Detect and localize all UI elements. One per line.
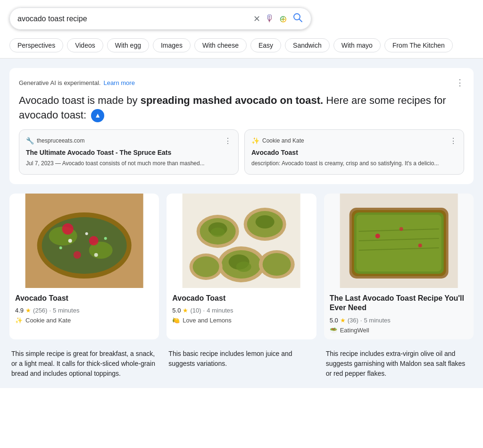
time-dot-1: ·: [203, 307, 205, 314]
chip-from-the-kitchen[interactable]: From The Kitchen: [384, 38, 453, 52]
source-dots-1[interactable]: ⋮: [450, 136, 457, 145]
recipe-image-2: [324, 194, 474, 288]
svg-point-9: [74, 251, 81, 259]
star-icon-2: ★: [340, 317, 346, 324]
source-card-header-0: 🔧 thespruceeats.com ⋮: [26, 136, 232, 145]
collapse-button[interactable]: ▲: [91, 109, 104, 122]
svg-point-10: [68, 239, 72, 243]
rating-count-2: (36): [348, 317, 358, 324]
rating-value-2: 5.0: [330, 317, 338, 324]
source-name-2: EatingWell: [340, 327, 369, 334]
svg-point-11: [85, 232, 88, 235]
chip-sandwich[interactable]: Sandwich: [285, 38, 330, 52]
svg-line-1: [300, 19, 302, 22]
recipe-card-1[interactable]: Avocado Toast 5.0 ★ (10) · 4 minutes 🍋 L…: [167, 194, 316, 340]
ai-text-part1: Avocado toast is made by: [19, 94, 141, 106]
recipe-card-0[interactable]: Avocado Toast 4.9 ★ (256) · 5 minutes ✨ …: [9, 194, 159, 340]
svg-point-13: [59, 246, 62, 249]
source-logo-icon-1: 🍋: [172, 317, 180, 324]
svg-point-4: [42, 217, 127, 274]
source-icon-0: 🔧: [26, 137, 34, 144]
source-dots-0[interactable]: ⋮: [224, 136, 232, 145]
ai-summary: Avocado toast is made by spreading mashe…: [19, 93, 464, 123]
source-logo-icon-0: ✨: [15, 317, 23, 324]
source-icon-1: ✨: [251, 137, 259, 144]
recipe-desc-2: This recipe includes extra-virgin olive …: [324, 349, 474, 379]
svg-point-22: [256, 215, 275, 228]
source-cards: 🔧 thespruceeats.com ⋮ The Ultimate Avoca…: [19, 129, 464, 175]
recipe-desc-0: This simple recipe is great for breakfas…: [9, 349, 159, 379]
svg-point-14: [104, 237, 107, 240]
svg-point-8: [89, 236, 99, 245]
star-icon-0: ★: [25, 307, 31, 314]
svg-point-28: [193, 256, 219, 277]
ai-box: Generative AI is experimental. Learn mor…: [9, 68, 474, 184]
search-bar-area: ✕ 🎙 ⊕: [0, 0, 483, 34]
chip-with-egg[interactable]: With egg: [107, 38, 149, 52]
main-content: Generative AI is experimental. Learn mor…: [0, 59, 483, 388]
recipe-card-info-1: Avocado Toast 5.0 ★ (10) · 4 minutes 🍋 L…: [167, 288, 316, 330]
svg-point-30: [263, 253, 291, 276]
star-icon-1: ★: [183, 307, 188, 314]
recipe-image-0: [9, 194, 159, 288]
chip-with-mayo[interactable]: With mayo: [333, 38, 381, 52]
recipe-time-1: 4 minutes: [207, 307, 233, 314]
time-dot-0: ·: [49, 307, 51, 314]
learn-more-link[interactable]: Learn more: [103, 79, 134, 86]
source-logo-icon-2: 🥗: [330, 327, 337, 334]
source-card-0[interactable]: 🔧 thespruceeats.com ⋮ The Ultimate Avoca…: [19, 129, 239, 175]
recipe-desc-1: This basic recipe includes lemon juice a…: [167, 349, 316, 379]
search-button[interactable]: [292, 12, 303, 25]
rating-value-0: 4.9: [15, 307, 24, 314]
recipe-card-title-1: Avocado Toast: [172, 294, 310, 304]
chip-easy[interactable]: Easy: [250, 38, 281, 52]
source-card-1[interactable]: ✨ Cookie and Kate ⋮ Avocado Toast descri…: [244, 129, 464, 175]
recipe-card-rating-0: 4.9 ★ (256) · 5 minutes: [15, 307, 153, 314]
microphone-icon[interactable]: 🎙: [265, 13, 275, 24]
recipe-image-1: [167, 194, 316, 288]
svg-point-19: [211, 228, 225, 237]
search-icons: ✕ 🎙 ⊕: [253, 12, 303, 25]
search-bar: ✕ 🎙 ⊕: [9, 8, 311, 30]
chip-images[interactable]: Images: [153, 38, 191, 52]
recipe-card-info-2: The Last Avocado Toast Recipe You'll Eve…: [324, 288, 474, 340]
search-input[interactable]: [17, 15, 253, 23]
filter-chips-bar: PerspectivesVideosWith eggImagesWith che…: [0, 34, 483, 59]
svg-point-12: [94, 253, 98, 257]
svg-rect-35: [356, 215, 441, 271]
svg-point-26: [236, 262, 251, 272]
chip-with-cheese[interactable]: With cheese: [194, 38, 247, 52]
chip-videos[interactable]: Videos: [67, 38, 103, 52]
rating-count-0: (256): [33, 307, 47, 314]
svg-point-7: [62, 223, 74, 235]
source-title-1: Avocado Toast: [251, 148, 457, 157]
chip-perspectives[interactable]: Perspectives: [9, 38, 63, 52]
recipe-descriptions: This simple recipe is great for breakfas…: [9, 349, 474, 379]
recipe-card-title-2: The Last Avocado Toast Recipe You'll Eve…: [330, 294, 468, 313]
ai-options-icon[interactable]: ⋮: [456, 77, 464, 88]
clear-icon[interactable]: ✕: [253, 14, 260, 24]
source-title-0: The Ultimate Avocado Toast - The Spruce …: [26, 148, 232, 157]
ai-text-bold: spreading mashed avocado on toast.: [141, 94, 324, 106]
time-dot-2: ·: [360, 317, 362, 324]
recipe-card-2[interactable]: The Last Avocado Toast Recipe You'll Eve…: [324, 194, 474, 340]
recipe-card-rating-1: 5.0 ★ (10) · 4 minutes: [172, 307, 310, 314]
source-domain-0: thespruceeats.com: [37, 137, 221, 144]
recipe-card-title-0: Avocado Toast: [15, 294, 153, 304]
recipe-time-0: 5 minutes: [53, 307, 79, 314]
recipe-card-source-1: 🍋 Love and Lemons: [172, 317, 310, 324]
svg-point-41: [399, 227, 403, 231]
ai-label: Generative AI is experimental. Learn mor…: [19, 77, 464, 88]
svg-point-39: [375, 234, 380, 238]
source-domain-1: Cookie and Kate: [262, 137, 447, 144]
recipe-cards-grid: Avocado Toast 4.9 ★ (256) · 5 minutes ✨ …: [9, 194, 474, 340]
recipe-card-info-0: Avocado Toast 4.9 ★ (256) · 5 minutes ✨ …: [9, 288, 159, 330]
rating-value-1: 5.0: [172, 307, 181, 314]
rating-count-1: (10): [190, 307, 201, 314]
source-name-1: Love and Lemons: [183, 317, 231, 324]
recipe-time-2: 5 minutes: [364, 317, 390, 324]
lens-icon[interactable]: ⊕: [279, 13, 287, 25]
recipe-card-rating-2: 5.0 ★ (36) · 5 minutes: [330, 317, 468, 324]
source-desc-0: Jul 7, 2023 — Avocado toast consists of …: [26, 160, 232, 168]
recipe-card-source-0: ✨ Cookie and Kate: [15, 317, 153, 324]
